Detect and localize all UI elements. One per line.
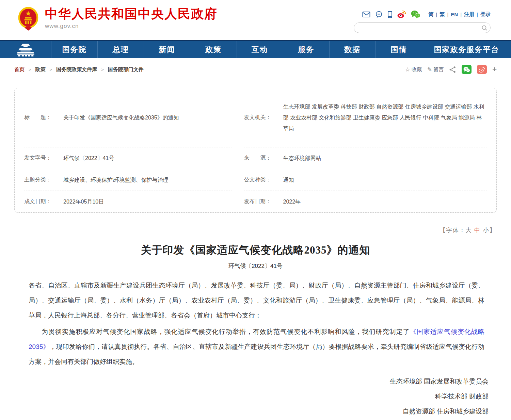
star-icon: ☆	[405, 66, 410, 73]
nav-services[interactable]: 服务	[283, 41, 329, 58]
message-bubble-icon[interactable]	[375, 11, 383, 18]
plus-icon[interactable]: +	[492, 65, 497, 74]
meta-label-publish-date: 发布日期：	[244, 198, 283, 205]
meta-row-date-written: 成文日期： 2022年05月10日	[24, 191, 232, 212]
weibo-icon[interactable]	[397, 10, 406, 18]
article-body: 各省、自治区、直辖市及新疆生产建设兵团生态环境厅（局）、发展改革委、科技厅（委、…	[29, 278, 484, 369]
lang-english[interactable]: EN	[451, 12, 458, 17]
meta-value-doc-number: 环气候〔2022〕41号	[63, 153, 114, 164]
paragraph-recipients: 各省、自治区、直辖市及新疆生产建设兵团生态环境厅（局）、发展改革委、科技厅（委、…	[29, 278, 484, 323]
meta-label-date-written: 成文日期：	[24, 198, 63, 205]
wechat-share-button[interactable]	[462, 65, 472, 74]
breadcrumb-policy-library[interactable]: 国务院政策文件库	[56, 66, 97, 73]
meta-label-issuing-agencies: 发文机关：	[244, 114, 283, 121]
link-separator: |	[436, 12, 437, 17]
meta-row-doc-number: 发文字号： 环气候〔2022〕41号	[24, 147, 232, 169]
search-box[interactable]	[354, 22, 491, 33]
favorite-label: 收藏	[412, 66, 422, 73]
breadcrumb-separator: >	[101, 67, 104, 72]
meta-label-title: 标 题：	[24, 114, 63, 121]
meta-value-issuing-agencies: 生态环境部 发展改革委 科技部 财政部 自然资源部 住房城乡建设部 交通运输部 …	[283, 101, 487, 134]
national-emblem-icon	[18, 7, 39, 31]
breadcrumb-home[interactable]: 首页	[14, 66, 25, 73]
font-size-large[interactable]: 大	[466, 227, 472, 233]
breadcrumb-separator: >	[29, 67, 31, 72]
breadcrumb-separator: >	[50, 67, 52, 72]
meta-row-category: 主题分类： 城乡建设、环境保护\环境监测、保护与治理	[24, 169, 232, 191]
nav-home-tiananmen-icon[interactable]	[0, 41, 51, 58]
site-title: 中华人民共和国中央人民政府	[45, 7, 218, 21]
link-separator: |	[447, 12, 448, 17]
article-doc-number: 环气候〔2022〕41号	[0, 262, 511, 270]
meta-row-issuing-agencies: 发文机关： 生态环境部 发展改革委 科技部 财政部 自然资源部 住房城乡建设部 …	[244, 88, 487, 147]
lang-traditional[interactable]: 繁	[440, 11, 445, 18]
nav-interaction[interactable]: 互动	[237, 41, 283, 58]
mobile-icon[interactable]	[387, 11, 393, 18]
search-input[interactable]	[357, 24, 481, 32]
link-separator: |	[460, 12, 462, 17]
nav-policy[interactable]: 政策	[190, 41, 236, 58]
favorite-button[interactable]: ☆ 收藏	[405, 66, 422, 73]
paragraph-main-after: ，现印发给你们，请认真贯彻执行。各省、自治区、直辖市及新疆生产建设兵团生态环境厅…	[29, 343, 484, 365]
meta-value-date-written: 2022年05月10日	[63, 196, 104, 207]
site-logo[interactable]: 中华人民共和国中央人民政府 www.gov.cn	[18, 7, 218, 31]
meta-label-doc-type: 公文种类：	[244, 176, 283, 183]
meta-value-source: 生态环境部网站	[283, 153, 321, 164]
search-icon[interactable]	[481, 25, 488, 31]
nav-state-council[interactable]: 国务院	[51, 41, 97, 58]
share-icon[interactable]	[449, 66, 456, 73]
meta-value-title: 关于印发《国家适应气候变化战略2035》的通知	[63, 112, 179, 123]
link-separator: |	[477, 12, 478, 17]
meta-value-category: 城乡建设、环境保护\环境监测、保护与治理	[63, 175, 168, 185]
font-selector-suffix: 】	[490, 227, 496, 233]
paragraph-main-before: 为贯彻实施积极应对气候变化国家战略，强化适应气候变化行动举措，有效防范气候变化不…	[42, 328, 410, 335]
nav-premier[interactable]: 总理	[97, 41, 144, 58]
pencil-icon: ✎	[427, 66, 432, 73]
main-navbar: 国务院 总理 新闻 政策 互动 服务 数据 国情 国家政务服务平台	[0, 40, 511, 58]
breadcrumb-department-docs[interactable]: 国务院部门文件	[108, 66, 144, 73]
signature-line: 生态环境部 国家发展和改革委员会	[0, 374, 489, 389]
breadcrumb-row: 首页 > 政策 > 国务院政策文件库 > 国务院部门文件 ☆ 收藏 ✎ 留言	[14, 64, 497, 75]
meta-row-title: 标 题： 关于印发《国家适应气候变化战略2035》的通知	[24, 88, 232, 147]
register-link[interactable]: 注册	[464, 11, 474, 18]
meta-value-publish-date: 2022年	[283, 196, 301, 207]
comment-label: 留言	[433, 66, 444, 73]
breadcrumb-policy[interactable]: 政策	[35, 66, 46, 73]
meta-row-doc-type: 公文种类： 通知	[244, 169, 487, 191]
comment-button[interactable]: ✎ 留言	[427, 66, 444, 73]
paragraph-main: 为贯彻实施积极应对气候变化国家战略，强化适应气候变化行动举措，有效防范气候变化不…	[29, 324, 484, 369]
article-title: 关于印发《国家适应气候变化战略2035》的通知	[0, 243, 511, 257]
breadcrumb: 首页 > 政策 > 国务院政策文件库 > 国务院部门文件	[14, 66, 144, 73]
meta-label-doc-number: 发文字号：	[24, 155, 63, 162]
nav-national-conditions[interactable]: 国情	[376, 41, 422, 58]
meta-value-doc-type: 通知	[283, 175, 294, 185]
signature-block: 生态环境部 国家发展和改革委员会 科学技术部 财政部 自然资源部 住房和城乡建设…	[0, 374, 489, 419]
nav-gov-service-platform[interactable]: 国家政务服务平台	[422, 41, 511, 58]
meta-label-source: 来 源：	[244, 155, 283, 162]
site-url: www.gov.cn	[45, 23, 218, 30]
login-link[interactable]: 登录	[480, 11, 491, 18]
signature-line: 科学技术部 财政部	[0, 389, 489, 404]
weibo-share-button[interactable]	[477, 65, 487, 74]
font-size-medium[interactable]: 中	[474, 227, 481, 233]
signature-line: 自然资源部 住房和城乡建设部	[0, 404, 489, 419]
document-meta-table: 标 题： 关于印发《国家适应气候变化战略2035》的通知 发文字号： 环气候〔2…	[14, 88, 497, 213]
font-size-small[interactable]: 小	[483, 227, 490, 233]
meta-label-category: 主题分类：	[24, 176, 63, 183]
nav-news[interactable]: 新闻	[144, 41, 190, 58]
meta-row-publish-date: 发布日期： 2022年	[244, 191, 487, 212]
font-selector-prefix: 【字体：	[440, 227, 466, 233]
font-size-selector: 【字体：大 中 小】	[0, 226, 496, 234]
meta-row-source: 来 源： 生态环境部网站	[244, 147, 487, 169]
lang-simplified[interactable]: 简	[429, 11, 434, 18]
wechat-icon[interactable]	[411, 10, 420, 18]
site-header: 中华人民共和国中央人民政府 www.gov.cn	[0, 0, 511, 40]
nav-data[interactable]: 数据	[329, 41, 376, 58]
mail-icon[interactable]	[362, 11, 370, 18]
